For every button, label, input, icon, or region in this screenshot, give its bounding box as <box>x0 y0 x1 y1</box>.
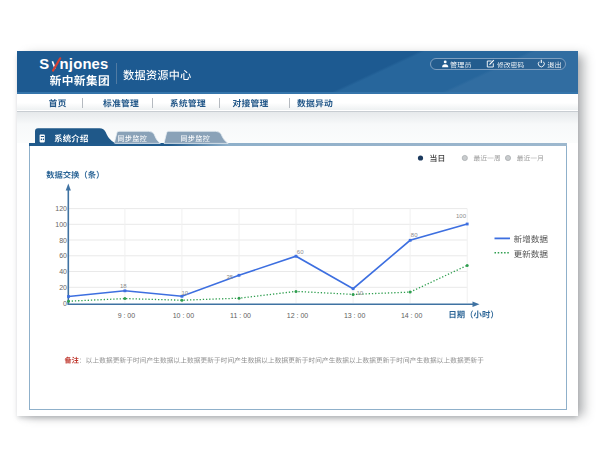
svg-text:14 : 00: 14 : 00 <box>401 312 423 319</box>
svg-text:80: 80 <box>59 237 67 244</box>
svg-text:njones: njones <box>60 56 109 72</box>
svg-text:60: 60 <box>297 249 304 255</box>
svg-text:20: 20 <box>59 284 67 291</box>
svg-text:10: 10 <box>182 290 189 296</box>
svg-text:80: 80 <box>411 232 418 238</box>
svg-text:100: 100 <box>456 213 467 219</box>
svg-text:40: 40 <box>59 268 67 275</box>
svg-text:60: 60 <box>59 252 67 259</box>
svg-text:10 : 00: 10 : 00 <box>173 312 195 319</box>
svg-text:120: 120 <box>55 205 67 212</box>
svg-text:S: S <box>39 56 49 72</box>
svg-text:35: 35 <box>227 274 234 280</box>
svg-text:18: 18 <box>120 283 127 289</box>
svg-text:12 : 00: 12 : 00 <box>287 312 309 319</box>
svg-text:11 : 00: 11 : 00 <box>230 312 251 319</box>
svg-text:100: 100 <box>55 221 67 228</box>
svg-text:13 : 00: 13 : 00 <box>344 312 366 319</box>
svg-text:9 : 00: 9 : 00 <box>118 312 136 319</box>
svg-text:10: 10 <box>357 290 364 296</box>
svg-text:0: 0 <box>63 300 67 307</box>
